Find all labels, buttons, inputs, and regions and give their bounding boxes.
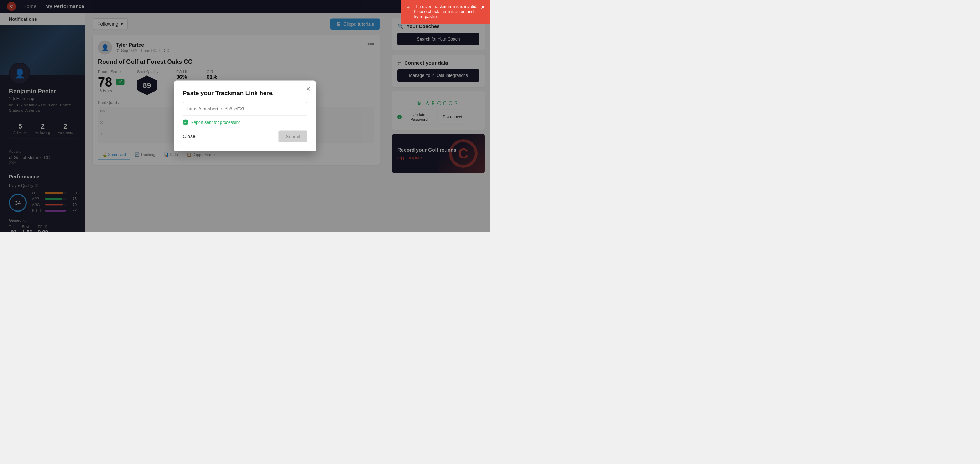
error-toast-message: The given trackman link is invalid. Plea…	[414, 4, 478, 19]
modal-title: Paste your Trackman Link here.	[183, 90, 307, 97]
warning-icon: ⚠	[406, 5, 411, 11]
trackman-link-input[interactable]	[183, 102, 307, 116]
trackman-modal: ✕ Paste your Trackman Link here. ✓ Repor…	[174, 81, 316, 152]
modal-success-text: Report sent for processing	[191, 120, 241, 125]
toast-close-button[interactable]: ✕	[481, 4, 485, 10]
modal-actions: Close Submit	[183, 131, 307, 143]
modal-success-message: ✓ Report sent for processing	[183, 120, 307, 126]
modal-close-button[interactable]: Close	[183, 133, 196, 139]
modal-overlay[interactable]: ✕ Paste your Trackman Link here. ✓ Repor…	[0, 0, 490, 232]
error-toast: ⚠ The given trackman link is invalid. Pl…	[401, 0, 490, 24]
modal-close-x-button[interactable]: ✕	[306, 86, 311, 92]
modal-submit-button[interactable]: Submit	[279, 131, 307, 143]
success-check-icon: ✓	[183, 120, 188, 126]
